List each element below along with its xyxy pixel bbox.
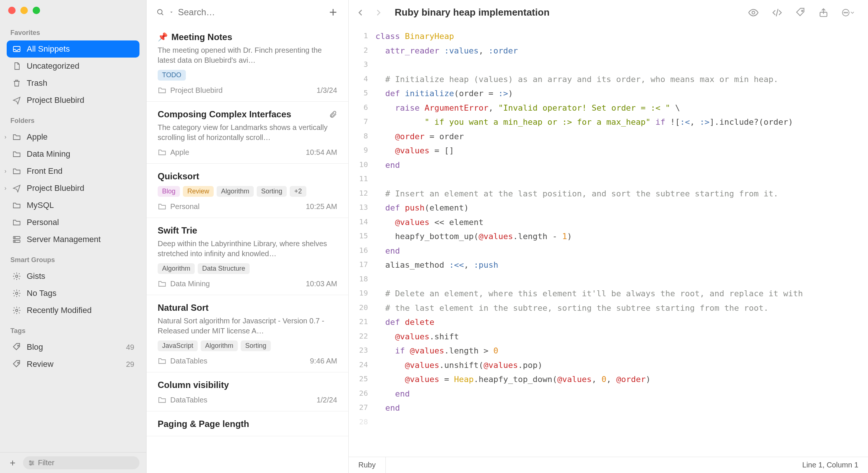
snippet-tags: BlogReviewAlgorithmSorting+2	[158, 186, 337, 197]
app-window: Favorites All SnippetsUncategorizedTrash…	[0, 0, 868, 473]
code-content[interactable]: class BinaryHeap attr_reader :values, :o…	[375, 29, 818, 457]
line-gutter: 1234567891011121314151617181920212223242…	[349, 29, 375, 457]
sidebar-item-label: Project Bluebird	[27, 95, 84, 105]
chevron-right-icon[interactable]: ›	[4, 168, 6, 174]
smart-no-tags[interactable]: No Tags	[7, 285, 139, 302]
smart-label: Gists	[27, 271, 45, 281]
pin-icon: 📌	[158, 32, 168, 42]
snippet-title: Swift Trie	[158, 225, 197, 236]
search-input[interactable]	[178, 7, 322, 17]
snippet-item[interactable]: 📌Meeting NotesThe meeting opened with Dr…	[147, 25, 348, 102]
snippet-timestamp: 1/3/24	[316, 86, 337, 95]
back-button[interactable]	[356, 8, 365, 17]
filter-input[interactable]	[38, 459, 134, 467]
sidebar-item-trash[interactable]: Trash	[7, 75, 139, 92]
smart-recently-modified[interactable]: Recently Modified	[7, 302, 139, 319]
maximize-window-button[interactable]	[33, 7, 40, 14]
tag-chip[interactable]: Algorithm	[158, 263, 195, 274]
sidebar-footer	[0, 452, 146, 473]
tag-review[interactable]: Review29	[7, 356, 139, 373]
snippet-list-pane: 📌Meeting NotesThe meeting opened with Dr…	[147, 0, 349, 473]
svg-point-15	[802, 10, 803, 11]
folder-icon	[158, 356, 167, 365]
snippet-timestamp: 10:25 AM	[306, 202, 337, 211]
folder-icon	[158, 148, 167, 157]
folder-label: Front End	[27, 166, 63, 176]
code-editor[interactable]: 1234567891011121314151617181920212223242…	[349, 25, 868, 457]
folder-icon	[12, 132, 22, 142]
chevron-right-icon[interactable]: ›	[4, 134, 6, 140]
folder-project-bluebird[interactable]: ›Project Bluebird	[7, 180, 139, 197]
svg-point-19	[845, 12, 846, 13]
chevron-down-icon[interactable]	[169, 10, 174, 15]
tag-icon[interactable]	[795, 7, 806, 18]
tag-chip[interactable]: Blog	[158, 186, 180, 197]
folder-label: Apple	[27, 132, 47, 142]
section-favorites-header: Favorites	[0, 21, 146, 40]
list-header	[147, 0, 348, 25]
close-window-button[interactable]	[8, 7, 16, 14]
folder-label: Server Management	[27, 235, 101, 244]
snippet-tags: JavaScriptAlgorithmSorting	[158, 340, 337, 351]
language-selector[interactable]: Ruby	[349, 457, 386, 473]
tag-label: Blog	[27, 342, 43, 352]
sidebar-item-uncategorized[interactable]: Uncategorized	[7, 58, 139, 75]
folder-personal[interactable]: Personal	[7, 214, 139, 231]
filter-field[interactable]	[23, 456, 139, 469]
sidebar-item-label: Trash	[27, 78, 47, 88]
tag-chip[interactable]: Sorting	[241, 340, 271, 351]
smart-gists[interactable]: Gists	[7, 268, 139, 285]
snippet-title: Paging & Page length	[158, 419, 249, 429]
doc-icon	[12, 61, 22, 71]
snippet-folder: Data Mining	[170, 280, 210, 288]
sidebar-item-project-bluebird[interactable]: Project Bluebird	[7, 92, 139, 109]
snippet-title: Column visibility	[158, 380, 229, 390]
tag-chip[interactable]: Sorting	[257, 186, 287, 197]
snippet-item[interactable]: Natural SortNatural Sort algorithm for J…	[147, 295, 348, 372]
snippet-title: Composing Complex Interfaces	[158, 109, 291, 120]
gear-icon	[12, 288, 22, 298]
code-icon[interactable]	[772, 7, 783, 18]
tag-chip[interactable]: JavaScript	[158, 340, 198, 351]
svg-point-5	[16, 275, 18, 277]
snippet-tags: TODO	[158, 70, 337, 81]
editor-title[interactable]: Ruby binary heap implementation	[395, 7, 550, 18]
tag-blog[interactable]: Blog49	[7, 339, 139, 356]
folder-server-management[interactable]: Server Management	[7, 231, 139, 248]
more-icon[interactable]	[841, 7, 854, 18]
folder-apple[interactable]: ›Apple	[7, 128, 139, 146]
sidebar-item-label: All Snippets	[27, 44, 70, 54]
tag-chip[interactable]: Algorithm	[217, 186, 254, 197]
snippet-item[interactable]: Paging & Page length	[147, 411, 348, 436]
add-button[interactable]	[7, 457, 19, 469]
folder-front-end[interactable]: ›Front End	[7, 163, 139, 180]
new-snippet-button[interactable]	[328, 7, 339, 18]
server-icon	[12, 235, 22, 244]
search-field[interactable]	[156, 7, 322, 17]
chevron-right-icon[interactable]: ›	[4, 185, 6, 192]
share-icon[interactable]	[818, 7, 829, 18]
tag-chip[interactable]: Data Structure	[198, 263, 250, 274]
snippet-item[interactable]: Column visibilityDataTables1/2/24	[147, 372, 348, 411]
snippet-list[interactable]: 📌Meeting NotesThe meeting opened with Dr…	[147, 25, 348, 473]
svg-point-18	[844, 12, 845, 13]
folder-icon	[158, 202, 167, 211]
snippet-item[interactable]: Composing Complex InterfacesThe category…	[147, 102, 348, 164]
folder-data-mining[interactable]: Data Mining	[7, 146, 139, 163]
tag-chip[interactable]: +2	[290, 186, 306, 197]
snippet-folder: DataTables	[170, 357, 207, 365]
forward-button[interactable]	[374, 8, 383, 17]
tag-chip[interactable]: Algorithm	[201, 340, 238, 351]
minimize-window-button[interactable]	[20, 7, 28, 14]
preview-icon[interactable]	[748, 7, 759, 18]
snippet-title: Quicksort	[158, 171, 199, 182]
snippet-item[interactable]: QuicksortBlogReviewAlgorithmSorting+2Per…	[147, 164, 348, 218]
snippet-item[interactable]: Swift TrieDeep within the Labyrinthine L…	[147, 218, 348, 295]
snippet-preview: Deep within the Labyrinthine Library, wh…	[158, 239, 337, 259]
snippet-folder: DataTables	[170, 396, 207, 404]
tag-chip[interactable]: TODO	[158, 70, 186, 81]
section-folders-header: Folders	[0, 109, 146, 128]
folder-mysql[interactable]: MySQL	[7, 197, 139, 214]
sidebar-item-all-snippets[interactable]: All Snippets	[7, 40, 139, 58]
tag-chip[interactable]: Review	[183, 186, 214, 197]
